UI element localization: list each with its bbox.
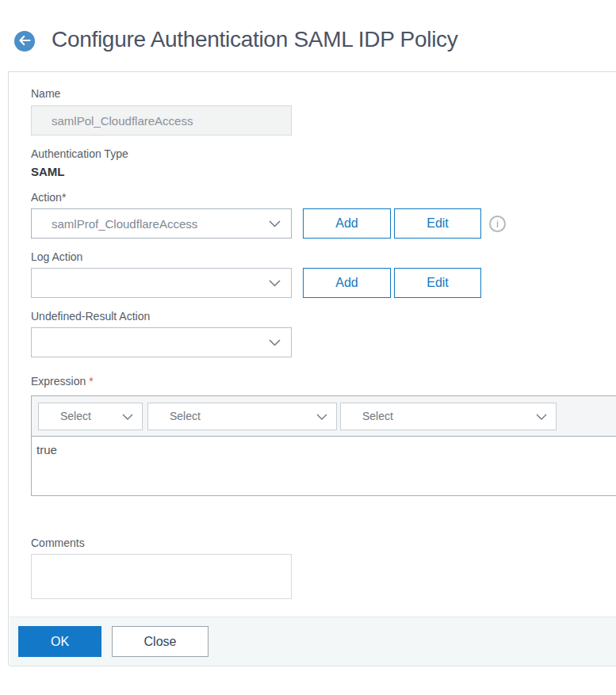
comments-input[interactable] (31, 554, 292, 599)
action-label: Action* (31, 192, 616, 203)
page-header: Configure Authentication SAML IDP Policy (0, 0, 616, 53)
log-action-row: Add Edit (31, 268, 616, 298)
expression-select-1[interactable]: Select (38, 403, 143, 430)
expression-input[interactable]: true (32, 437, 616, 495)
arrow-left-icon (19, 34, 31, 48)
info-icon[interactable]: i (489, 216, 506, 232)
expression-select-2-value: Select (170, 410, 201, 422)
name-label: Name (31, 88, 616, 99)
expression-select-2[interactable]: Select (147, 403, 337, 430)
form-panel: Name Authentication Type SAML Action* sa… (8, 71, 616, 666)
close-button[interactable]: Close (112, 626, 209, 657)
auth-type-value: SAML (31, 166, 616, 178)
expression-select-3[interactable]: Select (340, 403, 557, 430)
action-dropdown[interactable]: samlProf_CloudflareAccess (31, 208, 292, 239)
expression-select-1-value: Select (60, 410, 91, 422)
undefined-action-row (31, 327, 616, 357)
chevron-down-icon (316, 409, 327, 423)
chevron-down-icon (269, 216, 281, 231)
log-action-label: Log Action (31, 251, 616, 262)
ok-button[interactable]: OK (18, 626, 101, 657)
action-row: samlProf_CloudflareAccess Add Edit i (31, 208, 616, 239)
required-asterisk: * (89, 375, 93, 388)
expression-toolbar: Select Select Select (32, 396, 616, 437)
expression-label-text: Expression (31, 375, 89, 388)
page-title: Configure Authentication SAML IDP Policy (52, 26, 458, 53)
action-edit-button[interactable]: Edit (394, 208, 481, 239)
footer-bar: OK Close (10, 617, 616, 666)
auth-type-label: Authentication Type (31, 148, 616, 159)
log-action-dropdown[interactable] (31, 268, 292, 298)
chevron-down-icon (536, 409, 547, 423)
log-action-add-button[interactable]: Add (303, 268, 391, 298)
comments-label: Comments (31, 537, 616, 548)
expression-editor: Select Select Select (31, 395, 616, 496)
chevron-down-icon (269, 335, 281, 349)
undefined-action-dropdown[interactable] (31, 327, 292, 357)
name-input[interactable] (31, 105, 292, 136)
expression-label: Expression * (31, 376, 616, 387)
action-add-button[interactable]: Add (303, 208, 391, 239)
expression-body: true (32, 437, 616, 495)
back-button[interactable] (14, 31, 35, 52)
expression-select-3-value: Select (362, 410, 393, 422)
action-dropdown-value: samlProf_CloudflareAccess (52, 217, 197, 231)
chevron-down-icon (122, 409, 133, 423)
undefined-action-label: Undefined-Result Action (31, 311, 616, 322)
log-action-edit-button[interactable]: Edit (394, 268, 481, 298)
chevron-down-icon (269, 276, 281, 290)
